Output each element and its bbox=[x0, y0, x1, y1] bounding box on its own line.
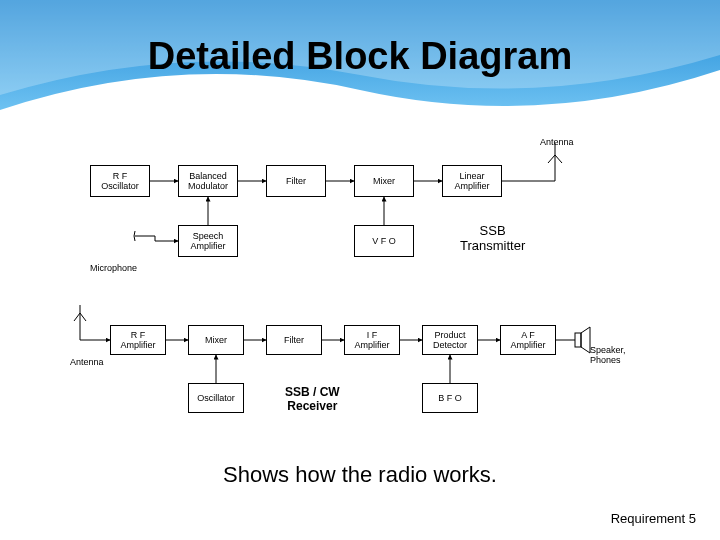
block-rx-filter: Filter bbox=[266, 325, 322, 355]
label-speaker: Speaker, Phones bbox=[590, 345, 626, 365]
block-linear-amplifier: Linear Amplifier bbox=[442, 165, 502, 197]
svg-rect-20 bbox=[575, 333, 581, 347]
label-ssb-transmitter: SSB Transmitter bbox=[460, 223, 525, 253]
block-if-amplifier: I F Amplifier bbox=[344, 325, 400, 355]
svg-line-7 bbox=[548, 155, 555, 163]
slide-title: Detailed Block Diagram bbox=[0, 35, 720, 78]
block-bfo: B F O bbox=[422, 383, 478, 413]
block-tx-mixer: Mixer bbox=[354, 165, 414, 197]
block-balanced-modulator: Balanced Modulator bbox=[178, 165, 238, 197]
label-rx-antenna: Antenna bbox=[70, 357, 104, 367]
svg-line-8 bbox=[555, 155, 562, 163]
svg-line-24 bbox=[80, 313, 86, 321]
label-tx-antenna: Antenna bbox=[540, 137, 574, 147]
svg-line-23 bbox=[74, 313, 80, 321]
slide-footer: Requirement 5 bbox=[611, 511, 696, 526]
block-product-detector: Product Detector bbox=[422, 325, 478, 355]
block-af-amplifier: A F Amplifier bbox=[500, 325, 556, 355]
block-rf-oscillator: R F Oscillator bbox=[90, 165, 150, 197]
block-oscillator: Oscillator bbox=[188, 383, 244, 413]
label-ssb-cw-receiver: SSB / CW Receiver bbox=[285, 385, 340, 413]
block-rf-amplifier: R F Amplifier bbox=[110, 325, 166, 355]
label-microphone: Microphone bbox=[90, 263, 137, 273]
slide-caption: Shows how the radio works. bbox=[0, 462, 720, 488]
block-tx-filter: Filter bbox=[266, 165, 326, 197]
block-speech-amplifier: Speech Amplifier bbox=[178, 225, 238, 257]
block-rx-mixer: Mixer bbox=[188, 325, 244, 355]
diagram-area: R F Oscillator Balanced Modulator Filter… bbox=[60, 135, 660, 445]
block-vfo: V F O bbox=[354, 225, 414, 257]
